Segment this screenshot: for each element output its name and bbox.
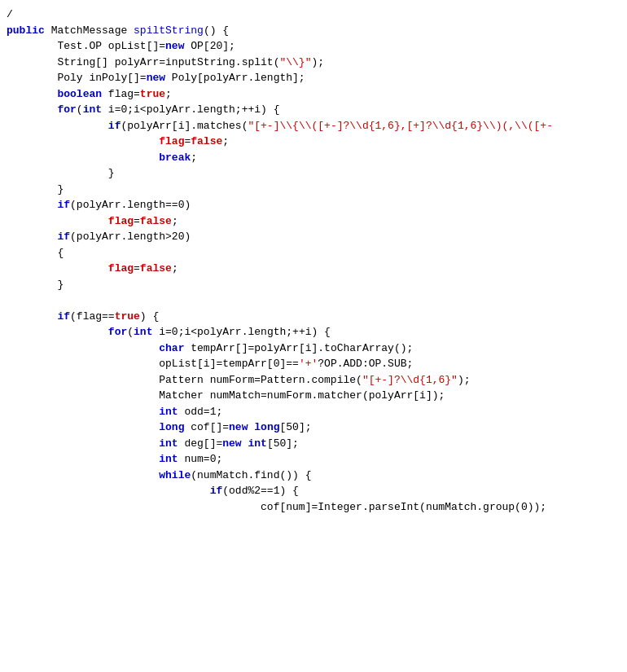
code-line: boolean flag=true; bbox=[0, 86, 627, 103]
code-line bbox=[0, 292, 627, 309]
code-line: String[] polyArr=inputString.split("\\}"… bbox=[0, 55, 627, 71]
code-line: flag=false; bbox=[0, 213, 627, 230]
code-line: int deg[]=new int[50]; bbox=[0, 436, 627, 452]
code-line: } bbox=[0, 182, 627, 198]
code-line: if(polyArr.length==0) bbox=[0, 197, 627, 213]
code-line: if(flag==true) { bbox=[0, 309, 627, 325]
code-line: flag=false; bbox=[0, 261, 627, 277]
code-editor: /public MatchMessage spiltString() { Tes… bbox=[0, 0, 627, 672]
code-line: flag=false; bbox=[0, 134, 627, 150]
code-line: Poly inPoly[]=new Poly[polyArr.length]; bbox=[0, 70, 627, 86]
code-line: Matcher numMatch=numForm.matcher(polyArr… bbox=[0, 388, 627, 404]
code-line: if(odd%2==1) { bbox=[0, 483, 627, 499]
code-line: char tempArr[]=polyArr[i].toCharArray(); bbox=[0, 340, 627, 357]
code-line: if(polyArr.length>20) bbox=[0, 229, 627, 245]
code-line: int odd=1; bbox=[0, 404, 627, 420]
code-content: /public MatchMessage spiltString() { Tes… bbox=[0, 7, 627, 515]
code-line: cof[num]=Integer.parseInt(numMatch.group… bbox=[0, 499, 627, 516]
code-line: opList[i]=tempArr[0]=='+'?OP.ADD:OP.SUB; bbox=[0, 356, 627, 372]
code-line: public MatchMessage spiltString() { bbox=[0, 23, 627, 39]
code-line: } bbox=[0, 277, 627, 293]
code-line: while(numMatch.find()) { bbox=[0, 468, 627, 484]
code-line: Test.OP opList[]=new OP[20]; bbox=[0, 38, 627, 55]
code-line: } bbox=[0, 165, 627, 182]
code-line: Pattern numForm=Pattern.compile("[+-]?\\… bbox=[0, 372, 627, 389]
code-line: for(int i=0;i<polyArr.length;++i) { bbox=[0, 102, 627, 118]
code-line: break; bbox=[0, 150, 627, 166]
code-line: for(int i=0;i<polyArr.length;++i) { bbox=[0, 324, 627, 340]
code-line: { bbox=[0, 245, 627, 261]
code-line: / bbox=[0, 7, 627, 23]
code-line: long cof[]=new long[50]; bbox=[0, 419, 627, 436]
code-line: if(polyArr[i].matches("[+-]\\{\\([+-]?\\… bbox=[0, 118, 627, 134]
code-line: int num=0; bbox=[0, 451, 627, 468]
